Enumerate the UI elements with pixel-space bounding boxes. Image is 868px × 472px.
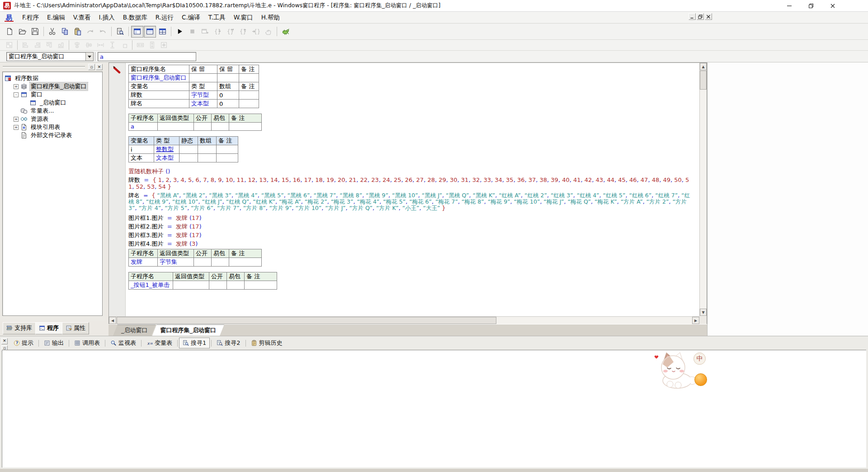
tree-expander[interactable]: + bbox=[14, 117, 19, 122]
space-v-button[interactable] bbox=[107, 40, 118, 50]
output-tab-剪辑历史[interactable]: 剪辑历史 bbox=[247, 338, 286, 348]
table-cell[interactable]: 窗口程序集_启动窗口 bbox=[129, 74, 189, 82]
undo-button[interactable] bbox=[97, 26, 109, 38]
table-cell[interactable]: i bbox=[129, 145, 154, 154]
run-to-cursor-button[interactable]: {} bbox=[250, 26, 262, 38]
table-cell[interactable]: 变量名 bbox=[129, 82, 189, 91]
same-size-button[interactable] bbox=[158, 40, 170, 50]
table-cell[interactable]: 子程序名 bbox=[129, 114, 158, 123]
table-cell[interactable]: 字节集 bbox=[158, 258, 194, 267]
menu-item[interactable]: C.编译 bbox=[178, 13, 204, 23]
table-cell[interactable] bbox=[239, 91, 259, 100]
dock-tab-程序[interactable]: 程序 bbox=[35, 322, 62, 334]
output-content[interactable] bbox=[2, 350, 866, 467]
table-cell[interactable]: a bbox=[129, 123, 158, 131]
snap-grid-button[interactable] bbox=[118, 40, 130, 50]
same-width-button[interactable] bbox=[135, 40, 146, 50]
table-cell[interactable] bbox=[239, 100, 259, 108]
dock-close-button[interactable]: ✕ bbox=[96, 64, 103, 70]
table-cell[interactable]: 文本型 bbox=[154, 154, 179, 162]
table-cell[interactable]: 备 注 bbox=[229, 249, 262, 258]
code-line[interactable]: 图片框1.图片 = 发牌 (17) bbox=[128, 214, 694, 222]
table-cell[interactable]: 备 注 bbox=[239, 65, 259, 74]
code-line[interactable]: 图片框4.图片 = 发牌 (3) bbox=[128, 239, 694, 248]
minimize-button[interactable] bbox=[778, 0, 800, 12]
view-form-button[interactable] bbox=[131, 26, 143, 38]
assembly-combo[interactable]: 窗口程序集_启动窗口 bbox=[6, 52, 94, 61]
table-cell[interactable]: 类 型 bbox=[154, 137, 179, 145]
tree-item[interactable]: 外部文件记录表 bbox=[3, 131, 102, 139]
new-file-button[interactable] bbox=[4, 26, 16, 38]
pause-hand-button[interactable] bbox=[262, 26, 274, 38]
tree-item[interactable]: -窗口 bbox=[3, 91, 102, 99]
table-cell[interactable] bbox=[173, 281, 209, 290]
space-h-button[interactable] bbox=[95, 40, 106, 50]
mdi-close-button[interactable] bbox=[705, 13, 712, 20]
cut-button[interactable] bbox=[46, 26, 58, 38]
table-cell[interactable]: 备 注 bbox=[217, 137, 238, 145]
scroll-down-icon[interactable]: ▼ bbox=[700, 309, 707, 316]
debug-window-button[interactable] bbox=[199, 26, 211, 38]
center-v-button[interactable] bbox=[83, 40, 94, 50]
center-h-button[interactable] bbox=[71, 40, 83, 50]
horizontal-scrollbar-thumb[interactable] bbox=[117, 317, 496, 324]
restore-button[interactable] bbox=[800, 0, 822, 12]
output-close-button[interactable]: ✕ bbox=[1, 338, 8, 344]
save-button[interactable] bbox=[29, 26, 41, 38]
table-cell[interactable]: 0 bbox=[217, 100, 239, 108]
chevron-down-icon[interactable] bbox=[85, 52, 93, 61]
menu-item[interactable]: I.插入 bbox=[95, 13, 119, 23]
table-cell[interactable] bbox=[217, 145, 238, 154]
table-cell[interactable]: 文本 bbox=[129, 154, 154, 162]
table-cell[interactable]: 数组 bbox=[217, 82, 239, 91]
table-cell[interactable]: 发牌 bbox=[129, 258, 158, 267]
table-cell[interactable]: 变量名 bbox=[129, 137, 154, 145]
menu-item[interactable]: T.工具 bbox=[204, 13, 230, 23]
output-tab-监视表[interactable]: 监视表 bbox=[107, 338, 140, 348]
output-tab-搜寻1[interactable]: 搜寻1 bbox=[179, 338, 210, 348]
table-cell[interactable]: 保 留 bbox=[217, 65, 239, 74]
tree-item[interactable]: +窗口程序集_启动窗口 bbox=[3, 82, 102, 91]
table-cell[interactable]: 0 bbox=[217, 91, 239, 100]
table-cell[interactable]: 备 注 bbox=[245, 272, 277, 281]
step-out-button[interactable]: {} bbox=[237, 26, 249, 38]
table-cell[interactable]: 备 注 bbox=[229, 114, 262, 123]
table-cell[interactable]: 牌名 bbox=[129, 100, 189, 108]
output-tab-输出[interactable]: 输出 bbox=[40, 338, 67, 348]
dock-float-button[interactable]: ▫ bbox=[88, 64, 95, 70]
table-cell[interactable] bbox=[198, 154, 217, 162]
table-cell[interactable]: 返回值类型 bbox=[173, 272, 209, 281]
dock-tab-属性[interactable]: 属性 bbox=[62, 322, 89, 334]
sheet-tab-_启动窗口[interactable]: _启动窗口 bbox=[113, 324, 156, 336]
menu-item[interactable]: W.窗口 bbox=[230, 13, 257, 23]
table-cell[interactable] bbox=[212, 123, 229, 131]
table-cell[interactable] bbox=[179, 145, 198, 154]
output-tab-变量表[interactable]: x=变量表 bbox=[143, 338, 176, 348]
tree-item[interactable]: +模块引用表 bbox=[3, 123, 102, 131]
table-cell[interactable] bbox=[239, 74, 259, 82]
table-cell[interactable]: 易包 bbox=[227, 272, 245, 281]
code-line[interactable]: 牌名 = { “黑桃 A”, “黑桃 2”, “黑桃 3”, “黑桃 4”, “… bbox=[128, 192, 694, 211]
align-left-button[interactable] bbox=[20, 40, 31, 50]
table-cell[interactable] bbox=[158, 123, 194, 131]
mdi-restore-button[interactable] bbox=[697, 13, 704, 20]
table-cell[interactable]: 整数型 bbox=[154, 145, 179, 154]
table-cell[interactable] bbox=[245, 281, 277, 290]
table-cell[interactable] bbox=[189, 74, 217, 82]
widget-box-button[interactable] bbox=[4, 40, 15, 50]
output-tab-调用表[interactable]: 调用表 bbox=[71, 338, 104, 348]
table-cell[interactable]: 公开 bbox=[194, 249, 212, 258]
table-cell[interactable] bbox=[217, 74, 239, 82]
copy-button[interactable] bbox=[59, 26, 71, 38]
table-cell[interactable]: 返回值类型 bbox=[158, 114, 194, 123]
menu-item[interactable]: V.查看 bbox=[69, 13, 95, 23]
code-line[interactable]: 图片框2.图片 = 发牌 (17) bbox=[128, 222, 694, 231]
menu-item[interactable]: F.程序 bbox=[18, 13, 43, 23]
menu-item[interactable]: R.运行 bbox=[151, 13, 178, 23]
dock-grip-handle[interactable] bbox=[3, 66, 85, 67]
table-cell[interactable] bbox=[194, 123, 212, 131]
stop-button[interactable] bbox=[186, 26, 198, 38]
step-into-button[interactable]: {} bbox=[212, 26, 224, 38]
table-cell[interactable]: 保 留 bbox=[189, 65, 217, 74]
run-button[interactable] bbox=[174, 26, 186, 38]
